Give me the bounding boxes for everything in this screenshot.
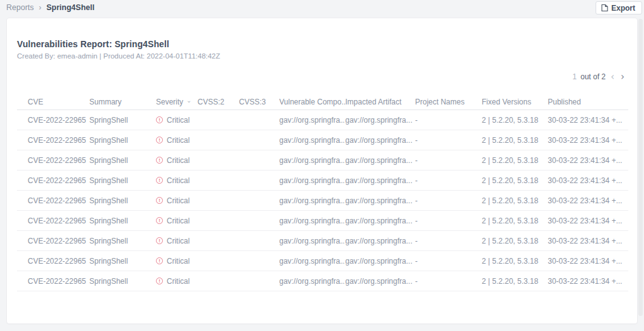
cell-cve: CVE-2022-22965 [17,277,89,286]
vertical-scrollbar[interactable] [638,19,643,316]
cell-impacted-artifact: gav://org.springfra... [345,216,415,225]
top-bar: Reports › Spring4Shell Export [0,0,644,18]
cell-summary: SpringShell [89,196,156,205]
page-number: 1 [572,72,577,81]
table-row[interactable]: CVE-2022-22965 SpringShell ! Critical ga… [17,251,628,271]
cell-vulnerable-component: gav://org.springfra... [279,116,345,125]
breadcrumb-current: Spring4Shell [47,3,94,12]
cell-fixed-versions: 2 | 5.2.20, 5.3.18 [482,237,548,245]
cell-vulnerable-component: gav://org.springfra... [279,237,345,245]
table-row[interactable]: CVE-2022-22965 SpringShell ! Critical ga… [17,231,628,251]
cell-summary: SpringShell [89,176,156,185]
critical-severity-icon: ! [156,157,163,164]
critical-severity-icon: ! [156,217,163,224]
cell-vulnerable-component: gav://org.springfra... [279,216,345,225]
table-row[interactable]: CVE-2022-22965 SpringShell ! Critical ga… [17,171,628,191]
export-file-icon [601,4,608,12]
breadcrumb: Reports › Spring4Shell [6,3,94,12]
cell-cve: CVE-2022-22965 [17,176,89,185]
column-header-cvss3: CVSS:3 [239,98,279,106]
column-header-summary: Summary [89,98,156,106]
column-header-vulnerable-component: Vulnerable Compo... [279,98,345,106]
cell-impacted-artifact: gav://org.springfra... [345,116,415,125]
report-meta: Created By: emea-admin | Produced At: 20… [17,52,220,60]
cell-cve: CVE-2022-22965 [17,216,89,225]
next-page-icon[interactable]: › [619,73,626,81]
table-row[interactable]: CVE-2022-22965 SpringShell ! Critical ga… [17,271,628,291]
column-header-fixed-versions: Fixed Versions [482,98,548,106]
breadcrumb-reports-link[interactable]: Reports [6,3,34,12]
cell-severity: ! Critical [156,156,197,165]
cell-published: 30-03-22 23:41:34 +... [548,277,628,286]
cell-summary: SpringShell [89,116,156,125]
cell-fixed-versions: 2 | 5.2.20, 5.3.18 [482,196,548,205]
severity-label: Critical [167,277,190,286]
cell-project-names: - [415,257,482,266]
cell-impacted-artifact: gav://org.springfra... [345,176,415,185]
cell-vulnerable-component: gav://org.springfra... [279,156,345,165]
column-header-cve: CVE [17,98,89,106]
critical-severity-icon: ! [156,237,163,244]
prev-page-icon[interactable]: ‹ [609,73,616,81]
severity-label: Critical [167,116,190,125]
cell-impacted-artifact: gav://org.springfra... [345,136,415,145]
severity-header-label: Severity [156,98,183,106]
cell-impacted-artifact: gav://org.springfra... [345,156,415,165]
cell-summary: SpringShell [89,136,156,145]
cell-published: 30-03-22 23:41:34 +... [548,196,628,205]
cell-fixed-versions: 2 | 5.2.20, 5.3.18 [482,176,548,185]
cell-summary: SpringShell [89,257,156,266]
cell-impacted-artifact: gav://org.springfra... [345,257,415,266]
cell-summary: SpringShell [89,156,156,165]
cell-cve: CVE-2022-22965 [17,156,89,165]
cell-severity: ! Critical [156,257,197,266]
cell-summary: SpringShell [89,277,156,286]
cell-published: 30-03-22 23:41:34 +... [548,216,628,225]
critical-severity-icon: ! [156,197,163,204]
cell-impacted-artifact: gav://org.springfra... [345,196,415,205]
cell-impacted-artifact: gav://org.springfra... [345,237,415,245]
table-row[interactable]: CVE-2022-22965 SpringShell ! Critical ga… [17,130,628,150]
chevron-down-icon: ⌄ [186,99,191,103]
cell-cve: CVE-2022-22965 [17,257,89,266]
cell-fixed-versions: 2 | 5.2.20, 5.3.18 [482,257,548,266]
pagination: 1 out of 2 ‹ › [572,72,626,81]
table-row[interactable]: CVE-2022-22965 SpringShell ! Critical ga… [17,191,628,211]
cell-cve: CVE-2022-22965 [17,116,89,125]
table-row[interactable]: CVE-2022-22965 SpringShell ! Critical ga… [17,110,628,130]
column-header-severity[interactable]: Severity ⌄ [156,98,197,106]
cell-vulnerable-component: gav://org.springfra... [279,257,345,266]
cell-summary: SpringShell [89,237,156,245]
severity-label: Critical [167,216,190,225]
column-header-published: Published [548,98,628,106]
severity-label: Critical [167,136,190,145]
column-header-cvss2: CVSS:2 [197,98,239,106]
severity-label: Critical [167,237,190,245]
cell-fixed-versions: 2 | 5.2.20, 5.3.18 [482,277,548,286]
vulnerabilities-table: CVE Summary Severity ⌄ CVSS:2 CVSS:3 Vul… [17,94,628,291]
cell-severity: ! Critical [156,176,197,185]
table-row[interactable]: CVE-2022-22965 SpringShell ! Critical ga… [17,150,628,171]
page-count-label: out of 2 [580,72,606,81]
critical-severity-icon: ! [156,137,163,143]
export-button-label: Export [611,4,635,13]
severity-label: Critical [167,257,190,266]
table-row[interactable]: CVE-2022-22965 SpringShell ! Critical ga… [17,211,628,231]
cell-cve: CVE-2022-22965 [17,196,89,205]
cell-published: 30-03-22 23:41:34 +... [548,176,628,185]
cell-vulnerable-component: gav://org.springfra... [279,136,345,145]
cell-project-names: - [415,156,482,165]
severity-label: Critical [167,156,190,165]
report-card: Vulnerabilities Report: Spring4Shell Cre… [6,18,638,324]
cell-impacted-artifact: gav://org.springfra... [345,277,415,286]
cell-summary: SpringShell [89,216,156,225]
breadcrumb-separator-icon: › [39,3,42,12]
severity-label: Critical [167,196,190,205]
cell-project-names: - [415,277,482,286]
cell-project-names: - [415,116,482,125]
cell-vulnerable-component: gav://org.springfra... [279,196,345,205]
critical-severity-icon: ! [156,177,163,184]
cell-severity: ! Critical [156,237,197,245]
export-button[interactable]: Export [596,1,642,14]
cell-severity: ! Critical [156,196,197,205]
